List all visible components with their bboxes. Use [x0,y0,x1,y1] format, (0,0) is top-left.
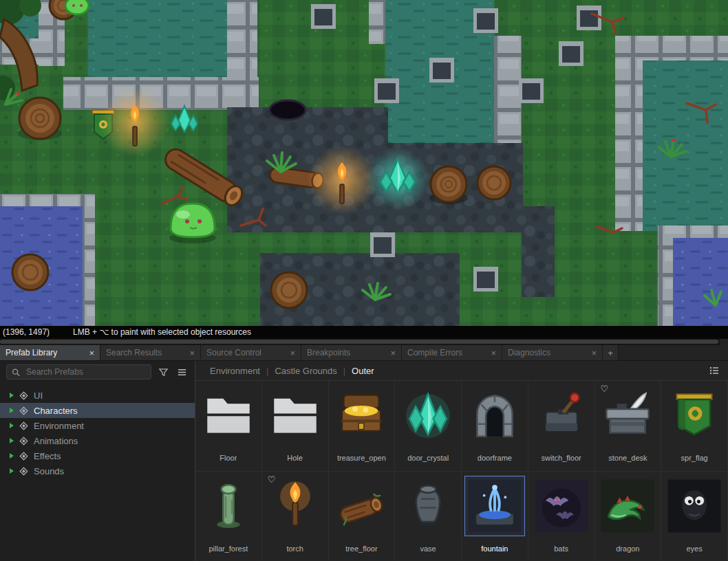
tree-item-label: Characters [34,406,78,416]
map-viewport[interactable] [0,0,728,326]
tree-item-label: UI [34,390,43,401]
prefab-item-pillar-forest[interactable]: pillar_forest [195,472,262,561]
favorite-icon[interactable]: ♡ [601,384,609,393]
hamburger-icon [177,367,187,377]
desk-icon [597,385,658,446]
tab-close-icon[interactable]: × [591,348,597,358]
prefab-label: switch_floor [542,454,581,462]
expand-arrow-icon[interactable] [10,393,14,398]
cave-hole [270,100,306,120]
tab-prefab-library[interactable]: Prefab Library× [0,345,100,360]
prefab-item-spr-flag[interactable]: spr_flag [661,381,728,472]
add-tab-button[interactable]: + [603,345,619,360]
tab-label: Diagnostics [508,348,550,358]
prefab-label: doorframe [478,454,512,462]
view-options-button[interactable] [175,365,189,379]
breadcrumb: Environment|Castle Grounds|Outer [195,361,728,381]
breadcrumb-item-outer[interactable]: Outer [345,366,381,376]
breadcrumb-item-environment[interactable]: Environment [204,366,266,376]
tab-search-results[interactable]: Search Results× [100,345,201,360]
prefab-label: Floor [220,454,237,462]
prefab-group-icon [19,421,28,430]
breadcrumb-item-castle-grounds[interactable]: Castle Grounds [268,366,343,376]
prefab-item-floor[interactable]: Floor [195,381,262,472]
fountain-icon [464,476,525,536]
prefab-item-switch-floor[interactable]: switch_floor [528,381,595,472]
tree-item-environment[interactable]: Environment [0,418,195,433]
tab-compile-errors[interactable]: Compile Errors× [402,345,502,360]
prefab-label: Hole [287,454,303,462]
prefab-item-doorframe[interactable]: doorframe [462,381,528,472]
tree-item-sounds[interactable]: Sounds [0,463,195,478]
tree-item-label: Sounds [34,466,64,476]
tab-label: Breakpoints [307,348,350,358]
status-bar: (1396, 1497) LMB + ⌥ to paint with selec… [0,326,728,338]
prefab-item-bats[interactable]: bats [528,472,595,561]
tree-item-label: Animations [34,436,78,446]
prefab-label: stone_desk [608,454,647,462]
list-view-toggle[interactable] [709,365,720,376]
prefab-group-icon [19,452,28,461]
pillar-icon [198,476,259,536]
folder-icon [265,385,325,446]
prefab-label: torch [286,544,303,553]
tab-close-icon[interactable]: × [390,348,396,358]
switch-icon [531,385,592,446]
tab-source-control[interactable]: Source Control× [201,345,301,360]
prefab-item-eyes[interactable]: eyes [661,472,728,561]
favorite-icon[interactable]: ♡ [268,475,276,484]
folder-icon [198,385,259,446]
tab-close-icon[interactable]: × [89,348,94,358]
tree-item-label: Effects [34,451,61,461]
tree-item-effects[interactable]: Effects [0,448,195,463]
expand-arrow-icon[interactable] [10,468,14,474]
prefab-item-vase[interactable]: vase [395,472,462,561]
expand-arrow-icon[interactable] [10,438,14,443]
tab-label: Source Control [206,348,261,358]
prefab-browser-panel: Environment|Castle Grounds|Outer FloorHo… [195,361,728,561]
prefab-label: tree_floor [345,544,377,553]
prefab-item-tree-floor[interactable]: tree_floor [329,472,396,561]
expand-arrow-icon[interactable] [10,423,14,428]
tab-label: Compile Errors [407,348,462,358]
tree-item-label: Environment [34,421,84,431]
prefab-library-panel: UICharactersEnvironmentAnimationsEffects… [0,361,195,561]
prefab-group-icon [19,467,28,476]
prefab-item-dragon[interactable]: dragon [595,472,662,561]
expand-arrow-icon[interactable] [10,453,14,459]
prefab-tree: UICharactersEnvironmentAnimationsEffects… [0,382,195,478]
tab-label: Search Results [106,348,162,358]
prefab-item-stone-desk[interactable]: ♡stone_desk [595,381,662,472]
dragon-icon [597,476,658,536]
scrollbar-thumb[interactable] [0,340,718,344]
search-box[interactable] [6,364,151,380]
tab-breakpoints[interactable]: Breakpoints× [301,345,402,360]
search-input[interactable] [25,366,147,377]
paint-hint-text: LMB + ⌥ to paint with selected object re… [73,327,251,337]
prefab-item-treasure-open[interactable]: treasure_open [329,381,396,472]
tab-diagnostics[interactable]: Diagnostics× [502,345,603,360]
prefab-label: dragon [616,544,639,553]
cursor-coordinates: (1396, 1497) [3,327,50,337]
horizontal-scrollbar[interactable] [0,338,728,345]
bats-icon [531,476,592,536]
prefab-item-door-crystal[interactable]: door_crystal [395,381,462,472]
list-view-icon [709,365,720,376]
prefab-item-fountain[interactable]: fountain [462,472,528,561]
prefab-group-icon [19,437,28,446]
prefab-label: treasure_open [337,454,386,462]
prefab-item-hole[interactable]: Hole [262,381,329,472]
filter-button[interactable] [156,365,170,379]
torch-icon [265,476,325,536]
prefab-group-icon [19,391,28,400]
tab-close-icon[interactable]: × [189,348,195,358]
prefab-item-torch[interactable]: ♡torch [262,472,329,561]
tree-item-characters[interactable]: Characters [0,403,195,418]
prefab-label: pillar_forest [208,544,248,553]
tab-close-icon[interactable]: × [290,348,295,358]
tree-item-animations[interactable]: Animations [0,433,195,448]
prefab-label: door_crystal [407,454,449,462]
expand-arrow-icon[interactable] [10,408,14,413]
tree-item-ui[interactable]: UI [0,388,195,403]
tab-close-icon[interactable]: × [491,348,496,358]
